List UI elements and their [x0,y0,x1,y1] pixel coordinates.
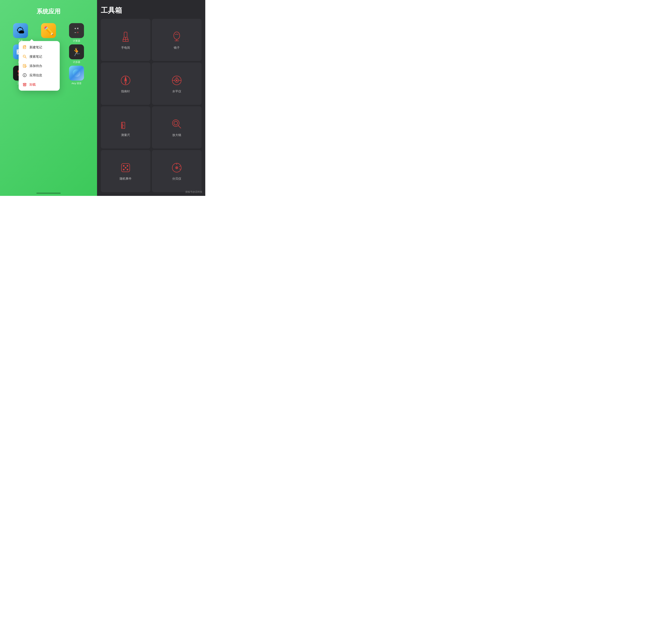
app-pedometer-label: 计步器 [73,60,80,64]
tool-compass-label: 指南针 [121,89,130,94]
menu-uninstall[interactable]: 卸载 [19,80,60,89]
menu-app-info-label: 应用信息 [29,73,42,77]
svg-point-55 [127,165,128,166]
context-menu: 新建笔记 搜索笔记 添加待办 [19,41,60,91]
todo-icon [22,64,27,68]
svg-point-56 [123,169,124,170]
tool-magnifier[interactable]: 放大镜 [152,106,202,148]
app-aicy[interactable]: Aicy 语音 [63,66,89,85]
svg-line-51 [178,125,181,128]
decibel-icon [170,161,183,174]
svg-point-10 [73,69,80,77]
svg-marker-35 [125,77,127,81]
tool-mirror-label: 镜子 [174,46,180,50]
svg-rect-27 [124,32,127,37]
app-calculator-icon: +× −= [69,23,84,38]
tool-level[interactable]: 水平仪 [152,62,202,105]
svg-point-58 [125,167,126,168]
menu-add-todo[interactable]: 添加待办 [19,61,60,71]
right-panel-title: 工具箱 [101,5,202,15]
tool-mirror[interactable]: 镜子 [152,19,202,61]
trash-icon [22,82,27,87]
tool-grid: 手电筒 镜子 [101,19,202,192]
tool-flashlight-label: 手电筒 [121,46,130,50]
app-pedometer-icon: 🏃 [69,45,84,59]
ruler-icon [119,118,132,131]
menu-search-note[interactable]: 搜索笔记 [19,52,60,61]
svg-point-52 [174,121,178,125]
menu-new-note-label: 新建笔记 [29,45,42,49]
level-icon [170,74,183,87]
tool-decibel[interactable]: 分贝仪 [152,150,202,192]
mirror-icon [170,30,183,43]
svg-point-61 [176,167,177,168]
app-notes[interactable]: ✏️ [35,23,62,43]
svg-line-64 [179,169,181,170]
tool-compass[interactable]: 指南针 [101,62,151,105]
left-panel: 系统应用 🌤 天气 ✏️ +× −= 计算器 [0,0,97,196]
app-aicy-label: Aicy 语音 [71,82,82,85]
menu-add-todo-label: 添加待办 [29,64,42,68]
svg-line-63 [179,166,181,167]
search-icon [22,54,27,59]
svg-point-30 [174,32,180,39]
dice-icon [119,161,132,174]
menu-new-note[interactable]: 新建笔记 [19,43,60,52]
tool-level-label: 水平仪 [172,89,181,94]
magnifier-icon [170,118,183,131]
tool-ruler-label: 测量尺 [121,133,130,137]
svg-line-13 [25,57,26,58]
menu-app-info[interactable]: 应用信息 [19,71,60,80]
tool-decibel-label: 分贝仪 [172,177,181,181]
svg-marker-36 [125,81,127,84]
tool-random-label: 随机事件 [120,177,132,181]
flashlight-icon [119,30,132,43]
app-weather[interactable]: 🌤 天气 [8,23,34,43]
watermark: 搜狐号@店科技 [185,190,202,194]
svg-point-12 [23,55,25,57]
tool-ruler[interactable]: 测量尺 [101,106,151,148]
app-pedometer[interactable]: 🏃 计步器 [63,45,89,64]
app-aicy-icon [69,66,84,81]
info-icon [22,73,27,77]
edit-icon [22,45,27,49]
left-panel-title: 系统应用 [37,8,60,16]
tool-random[interactable]: 随机事件 [101,150,151,192]
app-notes-icon: ✏️ [41,23,56,38]
home-indicator [36,193,61,194]
compass-icon [119,74,132,87]
app-weather-icon: 🌤 [13,23,28,38]
app-calculator-label: 计算器 [73,39,80,43]
app-calculator[interactable]: +× −= 计算器 [63,23,89,43]
svg-point-57 [127,169,128,170]
svg-point-39 [176,80,177,81]
svg-point-54 [123,165,124,166]
tool-magnifier-label: 放大镜 [172,133,181,137]
menu-uninstall-label: 卸载 [29,83,36,87]
menu-search-note-label: 搜索笔记 [29,54,42,59]
right-panel: 工具箱 手电筒 [97,0,205,196]
tool-flashlight[interactable]: 手电筒 [101,19,151,61]
